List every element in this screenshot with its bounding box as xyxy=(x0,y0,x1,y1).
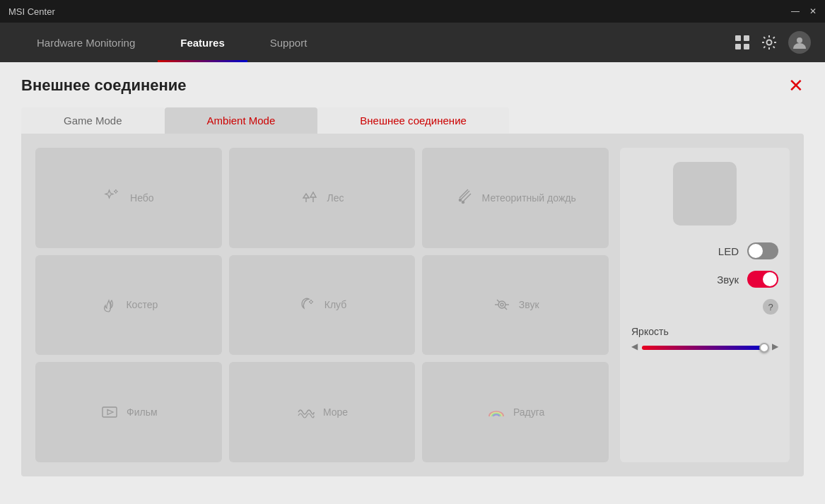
page-title: Внешнее соединение xyxy=(21,76,187,95)
close-page-button[interactable]: ✕ xyxy=(788,76,804,95)
tab-support[interactable]: Support xyxy=(247,23,330,62)
effect-sea[interactable]: Море xyxy=(229,362,416,462)
effect-forest[interactable]: Лес xyxy=(229,148,416,248)
led-toggle[interactable] xyxy=(747,242,778,259)
svg-point-4 xyxy=(767,40,772,45)
rainbow-icon xyxy=(486,402,506,422)
close-window-button[interactable]: ✕ xyxy=(809,7,817,16)
right-panel: LED Звук ? Яркость ◀ xyxy=(620,148,790,462)
page-content: Внешнее соединение ✕ Game Mode Ambient M… xyxy=(0,62,825,504)
tab-ambient-mode[interactable]: Ambient Mode xyxy=(165,107,318,134)
effects-grid: Небо Лес Метеоритный дождь xyxy=(35,148,609,462)
effect-bonfire[interactable]: Костер xyxy=(35,255,222,356)
svg-rect-13 xyxy=(103,407,117,417)
wave-icon xyxy=(296,402,316,422)
meteor-icon xyxy=(455,188,475,208)
led-toggle-thumb xyxy=(749,244,763,258)
effect-sound[interactable]: Звук xyxy=(422,255,609,356)
svg-point-9 xyxy=(459,199,461,201)
svg-point-5 xyxy=(797,37,802,43)
effect-sea-label: Море xyxy=(323,406,348,418)
help-button[interactable]: ? xyxy=(763,299,778,315)
brightness-label: Яркость xyxy=(631,326,778,337)
moon-star-icon xyxy=(298,295,317,315)
sound-toggle-row: Звук xyxy=(631,271,778,288)
avatar[interactable] xyxy=(788,31,811,54)
brightness-slider-thumb xyxy=(759,343,769,353)
help-row: ? xyxy=(631,299,778,315)
effect-sky[interactable]: Небо xyxy=(35,148,222,248)
nav-right-icons xyxy=(735,31,811,54)
nav-tabs: Hardware Monitoring Features Support xyxy=(14,23,329,62)
effect-rainbow[interactable]: Радуга xyxy=(422,362,609,462)
effect-club[interactable]: Клуб xyxy=(229,255,416,356)
minimize-button[interactable]: — xyxy=(791,7,800,16)
svg-rect-1 xyxy=(744,35,749,41)
svg-marker-14 xyxy=(107,410,113,415)
effect-film-label: Фильм xyxy=(127,406,158,418)
svg-rect-0 xyxy=(735,35,741,41)
sound-toggle[interactable] xyxy=(747,271,778,288)
effect-sky-label: Небо xyxy=(130,192,154,204)
fire-icon xyxy=(99,295,119,315)
brightness-decrease-arrow[interactable]: ◀ xyxy=(631,341,638,351)
effect-club-label: Клуб xyxy=(324,299,347,310)
tab-external-connection[interactable]: Внешнее соединение xyxy=(317,107,509,134)
svg-rect-2 xyxy=(735,44,741,49)
mode-tabs: Game Mode Ambient Mode Внешнее соединени… xyxy=(21,107,804,134)
sparkle-icon xyxy=(103,188,123,208)
effect-film[interactable]: Фильм xyxy=(35,362,222,462)
page-header: Внешнее соединение ✕ xyxy=(21,76,804,95)
sound-toggle-thumb xyxy=(763,272,777,286)
navbar: Hardware Monitoring Features Support xyxy=(0,23,825,62)
brightness-slider-track[interactable] xyxy=(642,346,768,350)
content-area: Небо Лес Метеоритный дождь xyxy=(21,134,804,476)
film-icon xyxy=(100,402,119,422)
effect-meteor[interactable]: Метеоритный дождь xyxy=(422,148,609,248)
tab-features[interactable]: Features xyxy=(158,23,247,62)
tab-hardware-monitoring[interactable]: Hardware Monitoring xyxy=(14,23,158,62)
settings-icon[interactable] xyxy=(761,35,777,50)
preview-box xyxy=(673,162,737,225)
svg-point-12 xyxy=(501,303,503,306)
effect-meteor-label: Метеоритный дождь xyxy=(482,192,576,204)
brightness-section: Яркость ◀ ▶ xyxy=(631,326,778,351)
svg-point-10 xyxy=(462,201,464,203)
window-controls: — ✕ xyxy=(791,7,817,16)
effect-rainbow-label: Радуга xyxy=(513,406,544,418)
effect-bonfire-label: Костер xyxy=(126,299,158,310)
tab-game-mode[interactable]: Game Mode xyxy=(21,107,165,134)
sound-icon xyxy=(492,295,512,315)
led-toggle-row: LED xyxy=(631,242,778,259)
brightness-increase-arrow[interactable]: ▶ xyxy=(772,341,778,351)
effect-sound-label: Звук xyxy=(519,299,539,310)
sound-toggle-label: Звук xyxy=(717,274,739,286)
titlebar: MSI Center — ✕ xyxy=(0,0,825,23)
trees-icon xyxy=(300,188,320,208)
led-label: LED xyxy=(718,245,739,257)
apps-grid-icon[interactable] xyxy=(735,35,750,50)
app-title: MSI Center xyxy=(8,6,55,17)
svg-rect-3 xyxy=(744,44,749,49)
effect-forest-label: Лес xyxy=(327,192,344,204)
